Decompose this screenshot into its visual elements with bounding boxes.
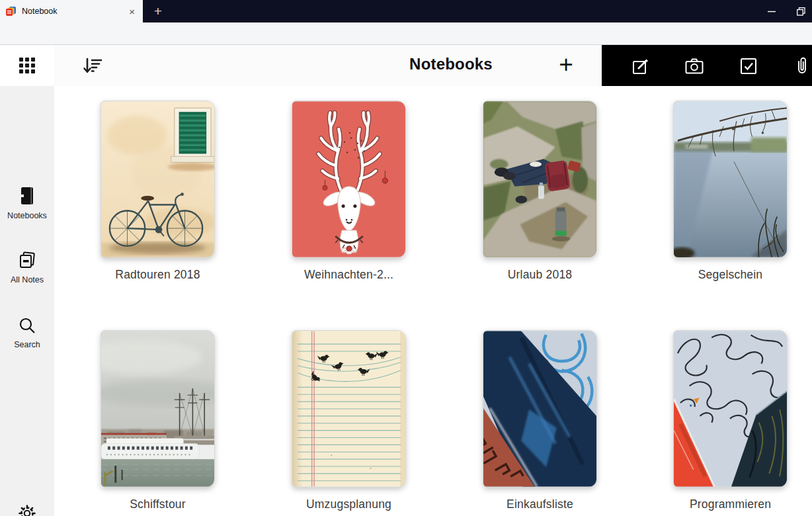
notebook-favicon: [5, 6, 17, 17]
notebook-title: Schiffstour: [101, 497, 215, 511]
notebook-cover[interactable]: [673, 330, 788, 488]
photo-note-button[interactable]: [685, 57, 704, 75]
notebook-title: Segelschein: [673, 268, 788, 282]
notebook-cover[interactable]: [483, 330, 597, 488]
cover-art-abstract-blue-red: [483, 331, 596, 487]
app-grid-icon[interactable]: [19, 57, 36, 74]
notes-stack-icon: [18, 251, 36, 269]
notebook-card-radtouren[interactable]: Radtouren 2018: [101, 101, 215, 282]
search-icon: [19, 317, 36, 334]
notebook-card-schiffstour[interactable]: Schiffstour: [101, 330, 215, 511]
notebook-card-programmieren[interactable]: Programmieren: [673, 330, 788, 511]
notebooks-grid: Radtouren 2018: [54, 86, 812, 516]
cover-art-deer: [292, 101, 405, 257]
sidebar-item-all-notes[interactable]: All Notes: [0, 251, 54, 284]
browser-titlebar: Notebook × +: [0, 0, 812, 22]
notebook-card-urlaub[interactable]: Urlaub 2018: [483, 101, 597, 282]
notebook-title: Radtouren 2018: [101, 268, 215, 282]
sidebar-item-search[interactable]: Search: [0, 317, 54, 349]
page-title: Notebooks: [370, 55, 532, 73]
sidebar-item-settings[interactable]: Settings: [0, 504, 54, 516]
browser-nav-toolbar: https://notebook.zoho.com/app/index.html…: [0, 22, 812, 45]
compose-icon: [631, 58, 649, 75]
browser-tab[interactable]: Notebook ×: [0, 0, 143, 22]
cover-art-watercolor-bicycle: [101, 101, 214, 257]
notebook-title: Urlaub 2018: [483, 268, 597, 282]
cover-art-lined-paper-birds: [292, 331, 405, 487]
cover-art-abstract-scribbles: [674, 331, 787, 487]
app-sidebar: Notebooks All Notes Search Settings: [0, 86, 54, 516]
notebook-title: Programmieren: [673, 497, 788, 511]
notebook-title: Umzugsplanung: [292, 497, 406, 511]
attachment-icon: [796, 56, 808, 76]
notebook-card-umzugsplanung[interactable]: Umzugsplanung: [292, 330, 406, 511]
app-launcher-block: [0, 45, 54, 86]
notebook-title: Einkaufsliste: [483, 497, 597, 511]
notebook-cover[interactable]: [101, 330, 215, 488]
compose-note-button[interactable]: [631, 57, 649, 75]
sort-descending-icon: [83, 58, 102, 75]
notebook-cover[interactable]: [292, 101, 406, 258]
tab-close-icon[interactable]: ×: [126, 5, 138, 18]
window-minimize-button[interactable]: [758, 0, 786, 22]
tab-title: Notebook: [22, 7, 126, 16]
notebook-card-weihnachten[interactable]: Weihnachten-2...: [292, 101, 406, 282]
cover-art-camping-photo: [483, 101, 596, 257]
notebook-card-einkaufsliste[interactable]: Einkaufsliste: [483, 330, 597, 511]
add-notebook-button[interactable]: +: [554, 50, 578, 79]
notebook-cover[interactable]: [101, 101, 215, 258]
attachment-note-button[interactable]: [793, 57, 811, 75]
notebook-cover[interactable]: [673, 101, 788, 258]
notebook-title: Weihnachten-2...: [292, 268, 406, 282]
notebook-icon: [19, 187, 35, 205]
todo-check-icon: [740, 58, 757, 75]
gear-icon: [18, 504, 36, 516]
sidebar-item-notebooks[interactable]: Notebooks: [0, 187, 54, 220]
camera-icon: [685, 58, 704, 74]
cover-art-harbor-photo: [101, 331, 214, 487]
cover-art-lake-photo: [674, 101, 787, 257]
restore-icon: [797, 7, 805, 16]
notebook-cover[interactable]: [292, 330, 406, 488]
notebook-card-segelschein[interactable]: Segelschein: [673, 101, 788, 282]
notebook-cover[interactable]: [483, 101, 597, 258]
sort-button[interactable]: [81, 56, 104, 77]
checklist-note-button[interactable]: [739, 57, 758, 75]
window-restore-button[interactable]: [787, 0, 812, 22]
new-tab-button[interactable]: +: [147, 0, 169, 22]
